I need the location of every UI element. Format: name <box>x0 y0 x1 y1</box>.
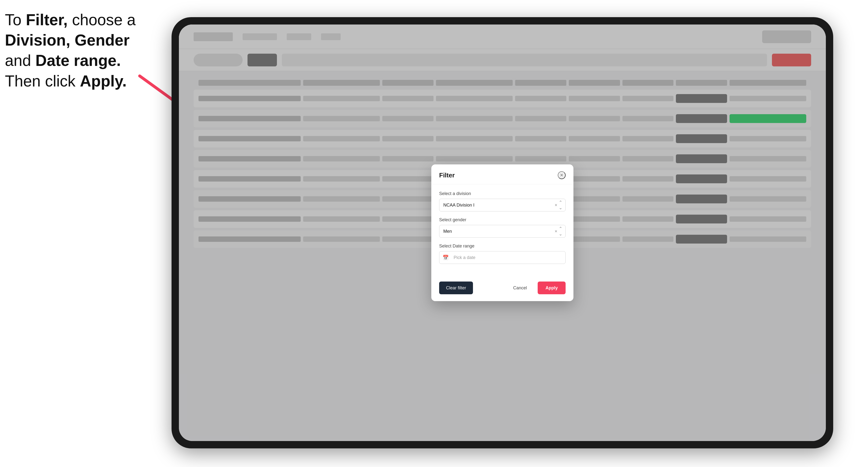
modal-header: Filter × <box>431 164 574 184</box>
instruction-text: To Filter, choose a Division, Gender and… <box>5 10 147 91</box>
gender-form-group: Select gender Men × ⌃⌄ <box>439 217 566 238</box>
gender-select-icons: × ⌃⌄ <box>555 226 562 237</box>
cancel-button[interactable]: Cancel <box>506 282 534 294</box>
date-placeholder: Pick a date <box>454 255 475 260</box>
gender-select-wrapper[interactable]: Men × ⌃⌄ <box>439 225 566 238</box>
date-label: Select Date range <box>439 244 566 249</box>
gender-value: Men <box>443 229 452 234</box>
division-form-group: Select a division NCAA Division I × ⌃⌄ <box>439 191 566 212</box>
modal-footer: Clear filter Cancel Apply <box>431 277 574 301</box>
calendar-icon: 📅 <box>442 255 449 260</box>
close-button[interactable]: × <box>558 171 566 179</box>
instruction-bold-apply: Apply. <box>80 72 127 90</box>
modal-body: Select a division NCAA Division I × ⌃⌄ <box>431 184 574 277</box>
division-select-wrapper[interactable]: NCAA Division I × ⌃⌄ <box>439 199 566 212</box>
gender-chevron-icon: ⌃⌄ <box>559 226 562 237</box>
gender-clear-icon[interactable]: × <box>555 229 557 234</box>
division-select-display[interactable]: NCAA Division I × ⌃⌄ <box>439 199 566 212</box>
modal-title: Filter <box>439 172 455 179</box>
date-form-group: Select Date range 📅 Pick a date <box>439 244 566 264</box>
tablet-frame: Filter × Select a division NCAA Division… <box>172 17 833 448</box>
division-value: NCAA Division I <box>443 203 474 208</box>
apply-button[interactable]: Apply <box>538 282 566 294</box>
clear-filter-button[interactable]: Clear filter <box>439 282 473 294</box>
modal-overlay: Filter × Select a division NCAA Division… <box>179 25 826 441</box>
date-input-wrapper[interactable]: 📅 Pick a date <box>439 251 566 264</box>
instruction-bold-filter: Filter, <box>26 11 68 29</box>
division-chevron-icon: ⌃⌄ <box>559 200 562 211</box>
division-label: Select a division <box>439 191 566 196</box>
date-input[interactable]: Pick a date <box>439 251 566 264</box>
instruction-bold-division-gender: Division, Gender <box>5 31 130 49</box>
filter-modal: Filter × Select a division NCAA Division… <box>431 164 574 301</box>
division-clear-icon[interactable]: × <box>555 203 557 208</box>
tablet-screen: Filter × Select a division NCAA Division… <box>179 25 826 441</box>
gender-label: Select gender <box>439 217 566 222</box>
instruction-bold-date: Date range. <box>35 52 121 69</box>
division-select-icons: × ⌃⌄ <box>555 200 562 211</box>
close-icon: × <box>560 172 563 178</box>
gender-select-display[interactable]: Men × ⌃⌄ <box>439 225 566 238</box>
